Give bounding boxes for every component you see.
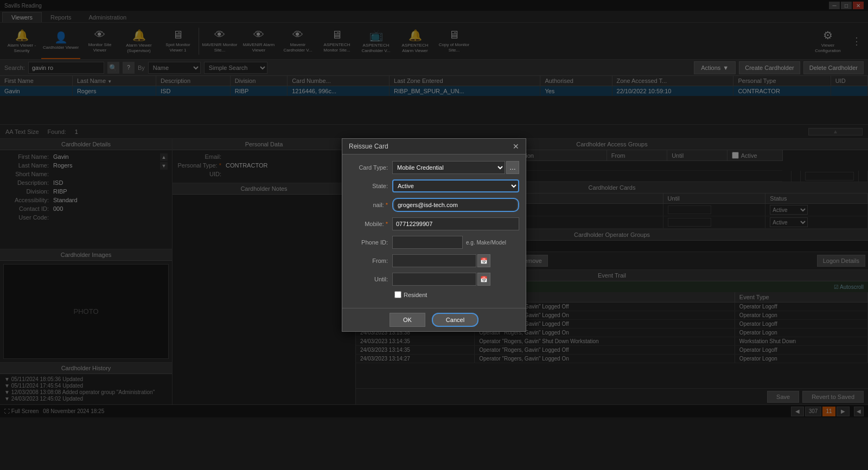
until-field[interactable] [392, 273, 476, 286]
phone-id-field[interactable] [392, 236, 463, 249]
from-field[interactable] [392, 254, 476, 267]
until-label: Until: [349, 276, 392, 282]
phone-id-label: Phone ID: [349, 239, 392, 246]
card-type-extra-btn[interactable]: … [506, 161, 519, 174]
mobile-label: Mobile: * [349, 221, 392, 227]
state-select[interactable]: Active Inactive Lost [392, 179, 519, 192]
email-field[interactable] [394, 199, 517, 211]
from-calendar-btn[interactable]: 📅 [477, 254, 490, 267]
phone-id-hint: e.g. Make/Model [466, 240, 506, 246]
from-label: From: [349, 257, 392, 264]
mobile-field[interactable] [392, 217, 519, 230]
email-field-label: nail: * [349, 202, 392, 208]
resident-label[interactable]: Resident [394, 291, 427, 298]
modal-close-btn[interactable]: ✕ [513, 142, 519, 151]
modal-ok-btn[interactable]: OK [390, 313, 425, 327]
until-calendar-btn[interactable]: 📅 [477, 273, 490, 286]
reissue-card-modal: Reissue Card ✕ Card Type: Mobile Credent… [342, 138, 526, 332]
state-label: State: [349, 183, 392, 189]
card-type-label: Card Type: [349, 164, 392, 171]
card-type-select[interactable]: Mobile Credential Standard Card [392, 161, 505, 174]
modal-title: Reissue Card [349, 143, 388, 150]
modal-overlay: Reissue Card ✕ Card Type: Mobile Credent… [0, 0, 868, 470]
resident-checkbox[interactable] [394, 291, 401, 298]
modal-cancel-btn[interactable]: Cancel [432, 313, 478, 327]
